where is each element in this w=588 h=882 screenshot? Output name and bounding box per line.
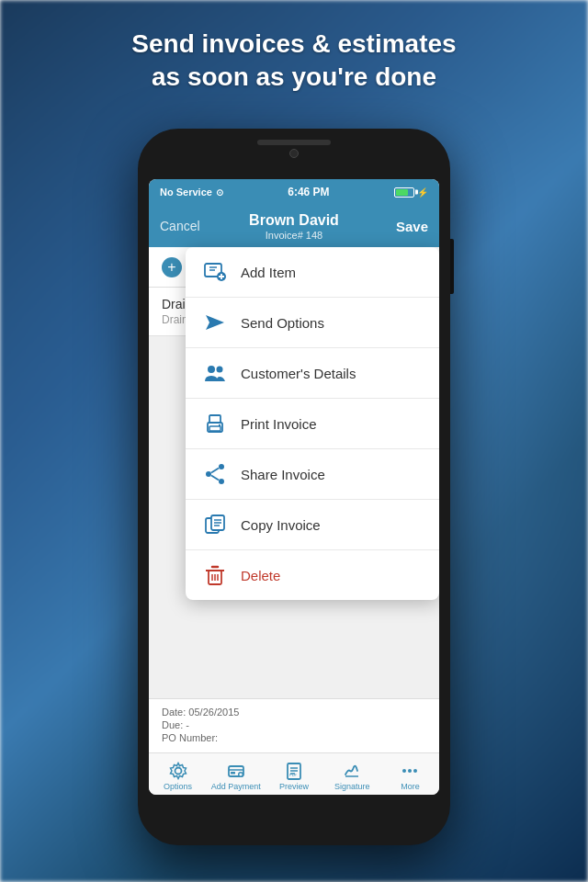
menu-share-label: Share Invoice	[241, 467, 325, 482]
menu-delete[interactable]: Delete	[186, 550, 439, 600]
svg-point-44	[413, 769, 417, 773]
save-button[interactable]: Save	[396, 219, 428, 234]
date-label: Date:	[162, 707, 186, 718]
send-options-icon	[202, 310, 228, 335]
wifi-icon: ⊙	[216, 187, 223, 198]
menu-copy-label: Copy Invoice	[241, 517, 321, 533]
carrier-text: No Service	[160, 187, 212, 198]
add-item-icon	[202, 259, 228, 285]
svg-line-16	[211, 469, 219, 473]
battery-fill	[396, 189, 409, 196]
date-row: Date: 05/26/2015	[162, 707, 426, 718]
tab-signature-label: Signature	[334, 782, 370, 791]
context-menu: Add Item Send Options	[186, 247, 439, 600]
footer-info: Date: 05/26/2015 Due: - PO Number:	[149, 698, 439, 752]
lightning-icon: ⚡	[417, 187, 428, 198]
svg-point-15	[219, 479, 224, 484]
gear-icon	[169, 762, 187, 780]
po-row: PO Number:	[162, 732, 426, 743]
tab-bar: Options Add Payment	[149, 752, 439, 795]
tab-signature[interactable]: Signature	[323, 758, 381, 791]
print-icon	[202, 411, 228, 436]
tab-preview-label: Preview	[279, 782, 309, 791]
svg-point-29	[175, 767, 181, 774]
svg-marker-6	[206, 315, 224, 330]
tab-more[interactable]: More	[381, 758, 439, 791]
phone-frame: No Service ⊙ 6:46 PM ⚡ Cancel Brown Davi…	[138, 129, 450, 845]
svg-point-43	[408, 769, 412, 773]
svg-point-12	[219, 424, 220, 426]
battery-icon	[394, 187, 414, 198]
phone-camera	[289, 149, 299, 158]
more-icon	[401, 762, 419, 780]
payment-icon	[227, 762, 245, 780]
svg-line-17	[211, 476, 219, 481]
po-label: PO Number:	[162, 732, 218, 743]
menu-copy-invoice[interactable]: Copy Invoice	[186, 500, 439, 550]
tab-options-label: Options	[164, 782, 192, 791]
status-left: No Service ⊙	[160, 187, 223, 198]
menu-add-item-label: Add Item	[241, 265, 296, 280]
svg-rect-11	[209, 426, 220, 431]
due-label: Due:	[162, 719, 183, 730]
nav-subtitle: Invoice# 148	[249, 230, 339, 241]
svg-point-42	[402, 769, 406, 773]
menu-customer-details[interactable]: Customer's Details	[186, 348, 439, 399]
menu-send-options[interactable]: Send Options	[186, 298, 439, 348]
header-text: Send invoices & estimatesas soon as you'…	[0, 28, 588, 95]
due-value: -	[186, 719, 189, 730]
preview-icon: PDF	[285, 762, 303, 780]
status-right: ⚡	[394, 187, 428, 198]
due-row: Due: -	[162, 719, 426, 730]
tab-add-payment-label: Add Payment	[211, 782, 261, 791]
svg-rect-32	[231, 772, 235, 775]
svg-point-14	[206, 471, 211, 477]
date-value: 05/26/2015	[188, 707, 239, 718]
status-bar: No Service ⊙ 6:46 PM ⚡	[149, 179, 439, 205]
menu-print-label: Print Invoice	[241, 416, 317, 432]
svg-point-7	[208, 366, 215, 373]
menu-add-item[interactable]: Add Item	[186, 247, 439, 298]
time-display: 6:46 PM	[288, 186, 329, 198]
nav-title: Brown David Invoice# 148	[249, 211, 339, 240]
tab-preview[interactable]: PDF Preview	[265, 758, 322, 791]
nav-bar: Cancel Brown David Invoice# 148 Save	[149, 205, 439, 247]
menu-delete-label: Delete	[241, 568, 280, 583]
menu-send-options-label: Send Options	[241, 315, 324, 331]
tab-options[interactable]: Options	[149, 758, 207, 791]
menu-share-invoice[interactable]: Share Invoice	[186, 449, 439, 500]
cancel-button[interactable]: Cancel	[160, 219, 200, 233]
menu-customer-label: Customer's Details	[241, 366, 356, 381]
svg-text:PDF: PDF	[289, 773, 298, 777]
delete-icon	[202, 562, 228, 588]
share-icon	[202, 461, 228, 487]
svg-rect-10	[209, 415, 220, 423]
tab-add-payment[interactable]: Add Payment	[207, 758, 265, 791]
add-icon: +	[162, 257, 182, 277]
tab-more-label: More	[401, 782, 420, 791]
nav-title-main: Brown David	[249, 211, 339, 229]
svg-point-8	[217, 367, 223, 373]
copy-icon	[202, 512, 228, 537]
svg-point-13	[219, 464, 224, 469]
menu-print-invoice[interactable]: Print Invoice	[186, 399, 439, 449]
customer-icon	[202, 360, 228, 386]
phone-screen: No Service ⊙ 6:46 PM ⚡ Cancel Brown Davi…	[149, 179, 439, 795]
signature-icon	[343, 762, 361, 780]
